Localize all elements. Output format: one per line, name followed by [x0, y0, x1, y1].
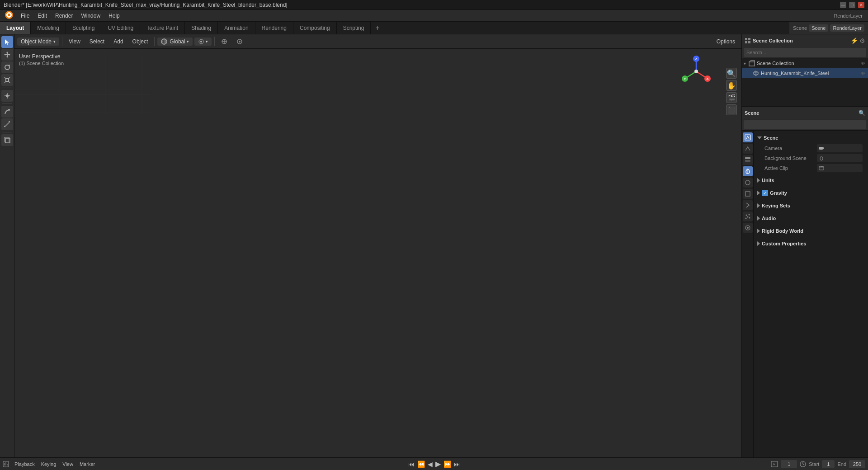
view-menu-timeline[interactable]: View: [60, 461, 76, 468]
vp-menu-view[interactable]: View: [65, 38, 84, 46]
tool-add-cube[interactable]: [1, 134, 13, 146]
tool-transform[interactable]: [1, 90, 13, 102]
tool-select[interactable]: [1, 36, 13, 48]
menu-window[interactable]: Window: [77, 12, 104, 20]
reverse-play-button[interactable]: ◀: [428, 461, 433, 468]
keying-menu[interactable]: Keying: [38, 461, 59, 468]
clock-icon: [800, 461, 806, 467]
outliner-object-row[interactable]: Hunting_Karambit_Knife_Steel 👁: [742, 68, 868, 78]
tab-rendering[interactable]: Rendering: [255, 22, 293, 34]
jump-end-button[interactable]: ⏭: [454, 461, 460, 468]
menu-edit[interactable]: Edit: [34, 12, 51, 20]
outliner-hide-btn[interactable]: 👁: [861, 61, 865, 66]
properties-panel-header: Scene 🔍: [742, 107, 868, 119]
prop-icon-viewlayer[interactable]: [743, 155, 753, 165]
titlebar: Blender* [E:\work\WIP\Hunting_Karambit_K…: [0, 0, 868, 10]
step-forward-button[interactable]: ⏩: [443, 461, 451, 468]
rigid-body-world-title: Rigid Body World: [762, 228, 803, 234]
tab-animation[interactable]: Animation: [218, 22, 255, 34]
gizmo[interactable]: Z X Y: [678, 53, 714, 89]
vp-options-button[interactable]: Options: [713, 38, 739, 46]
prop-icon-world[interactable]: [743, 178, 753, 188]
menubar: File Edit Render Window Help RenderLayer: [0, 10, 868, 22]
rigid-body-world-header[interactable]: Rigid Body World: [755, 226, 866, 236]
svg-point-15: [6, 94, 9, 97]
scene-selector[interactable]: Scene: [809, 24, 828, 32]
play-button[interactable]: ▶: [435, 460, 441, 468]
vp-menu-select[interactable]: Select: [86, 38, 108, 46]
add-workspace-button[interactable]: +: [371, 22, 384, 34]
tool-rotate[interactable]: [1, 61, 13, 73]
end-frame-input[interactable]: 250: [849, 460, 865, 468]
outliner-collection-row[interactable]: ▾ Scene Collection 👁: [742, 58, 868, 68]
gravity-checkbox[interactable]: ✓: [762, 190, 768, 196]
background-scene-value[interactable]: [817, 154, 863, 162]
close-button[interactable]: ✕: [858, 2, 864, 8]
render-view-button[interactable]: ⬛: [726, 104, 737, 115]
minimize-button[interactable]: —: [840, 2, 846, 8]
svg-text:Y: Y: [684, 77, 686, 81]
render-layer-selector[interactable]: RenderLayer: [830, 24, 864, 32]
keying-sets-header[interactable]: Keying Sets: [755, 200, 866, 211]
outliner-options-btn[interactable]: ⚙: [859, 37, 865, 44]
tool-move[interactable]: [1, 49, 13, 61]
outliner-search[interactable]: [744, 48, 866, 57]
playback-menu[interactable]: Playback: [12, 461, 38, 468]
tab-uv-editing[interactable]: UV Editing: [101, 22, 140, 34]
proportional-edit[interactable]: [233, 38, 246, 46]
transform-space-selector[interactable]: Global ▾: [157, 38, 193, 46]
prop-icon-scene[interactable]: [743, 166, 753, 176]
scene-section-header[interactable]: Scene: [755, 132, 866, 143]
pivot-point-selector[interactable]: ▾: [194, 38, 212, 46]
active-clip-value[interactable]: [817, 164, 863, 172]
snap-toggle[interactable]: [217, 38, 231, 46]
svg-rect-90: [749, 62, 755, 66]
properties-panel: Scene 🔍: [742, 107, 868, 457]
tab-layout[interactable]: Layout: [0, 22, 31, 34]
vp-sep-3: [214, 37, 215, 46]
menu-file[interactable]: File: [17, 12, 33, 20]
tab-modeling[interactable]: Modeling: [31, 22, 66, 34]
menu-help[interactable]: Help: [105, 12, 123, 20]
mode-selector[interactable]: Object Mode ▾: [17, 38, 59, 46]
blender-logo[interactable]: [2, 10, 16, 21]
tab-shading[interactable]: Shading: [185, 22, 218, 34]
start-frame-input[interactable]: 1: [822, 460, 835, 468]
viewport-canvas[interactable]: User Perspective (1) Scene Collection Z …: [14, 49, 741, 457]
viewport[interactable]: Object Mode ▾ View Select Add Object Glo…: [14, 34, 741, 457]
step-back-button[interactable]: ⏪: [417, 461, 425, 468]
custom-properties-header[interactable]: Custom Properties: [755, 238, 866, 249]
vp-menu-add[interactable]: Add: [110, 38, 127, 46]
prop-icon-particles[interactable]: [743, 212, 753, 221]
end-label: End: [837, 461, 846, 467]
marker-menu[interactable]: Marker: [77, 461, 98, 468]
prop-icon-object[interactable]: [743, 189, 753, 199]
outliner-obj-hide-btn[interactable]: 👁: [861, 71, 865, 76]
properties-search[interactable]: [744, 120, 866, 129]
units-section-header[interactable]: Units: [755, 175, 866, 186]
prop-icon-modifier[interactable]: [743, 200, 753, 210]
maximize-button[interactable]: □: [849, 2, 855, 8]
jump-start-button[interactable]: ⏮: [408, 461, 415, 468]
camera-view-button[interactable]: 🎬: [726, 92, 737, 103]
zoom-in-button[interactable]: 🔍: [726, 68, 737, 79]
gravity-section-header[interactable]: ✓ Gravity: [755, 188, 866, 198]
prop-icon-render[interactable]: [743, 132, 753, 142]
tab-scripting[interactable]: Scripting: [337, 22, 371, 34]
camera-value[interactable]: [817, 144, 863, 152]
tab-compositing[interactable]: Compositing: [293, 22, 337, 34]
tab-sculpting[interactable]: Sculpting: [66, 22, 101, 34]
vp-menu-object[interactable]: Object: [129, 38, 152, 46]
menu-render[interactable]: Render: [52, 12, 76, 20]
tool-scale[interactable]: [1, 74, 13, 86]
current-frame-input[interactable]: 1: [781, 460, 797, 468]
properties-search-btn[interactable]: 🔍: [859, 110, 865, 116]
tab-texture-paint[interactable]: Texture Paint: [140, 22, 185, 34]
tool-measure[interactable]: [1, 118, 13, 130]
outliner-filter-btn[interactable]: ⚡: [850, 37, 858, 44]
prop-icon-output[interactable]: [743, 144, 753, 154]
tool-annotate[interactable]: [1, 106, 13, 118]
audio-section-header[interactable]: Audio: [755, 213, 866, 224]
hand-tool-button[interactable]: ✋: [726, 80, 737, 91]
prop-icon-physics[interactable]: [743, 223, 753, 233]
